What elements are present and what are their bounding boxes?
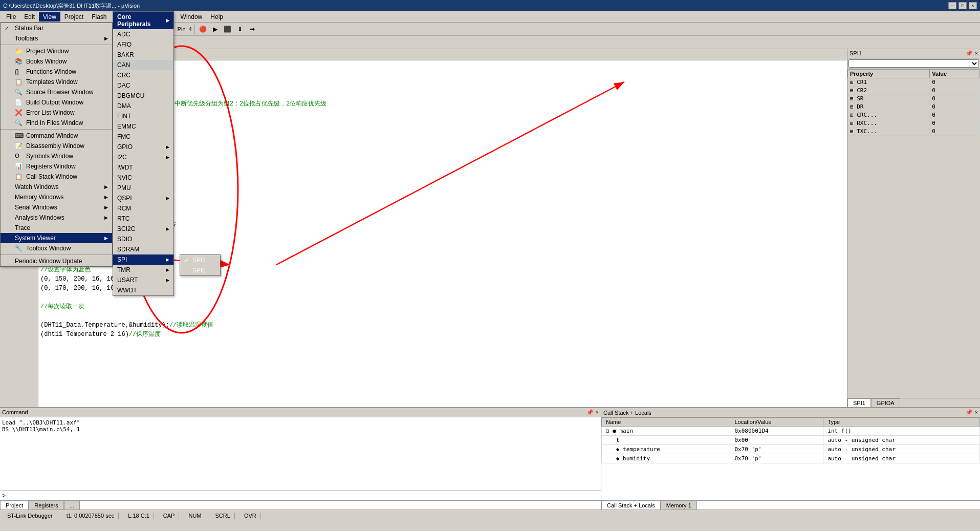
status-debugger: ST-Link Debugger	[3, 513, 57, 519]
menu-source-browser[interactable]: 🔍 Source Browser Window	[1, 87, 112, 97]
menu-qspi[interactable]: QSPI ▶	[113, 193, 173, 203]
code-line	[40, 311, 845, 321]
menu-disassembly[interactable]: 📝 Disassembly Window	[1, 141, 112, 151]
menu-trace[interactable]: Trace	[1, 223, 112, 233]
stepover-button[interactable]: ➡	[247, 24, 258, 35]
status-time: t1: 0.00207850 sec	[62, 513, 119, 519]
menu-help[interactable]: Help	[206, 12, 227, 22]
menu-edit[interactable]: Edit	[20, 12, 39, 22]
cmd-close[interactable]: ×	[596, 409, 599, 416]
menu-spi1[interactable]: ✓ SPI1	[180, 255, 220, 265]
menu-fmc[interactable]: FMC	[113, 132, 173, 142]
menu-project[interactable]: Project	[60, 12, 88, 22]
menu-dbgmcu[interactable]: DBGMCU	[113, 91, 173, 101]
menu-bakr[interactable]: BAKR	[113, 50, 173, 60]
tab-call-stack-locals[interactable]: Call Stack + Locals	[601, 501, 661, 509]
cmd-line1: Load "..\OBJ\DHT11.axf"	[2, 419, 599, 426]
cmd-icon: ⌨	[15, 132, 23, 139]
project-icon: 📁	[15, 48, 23, 55]
menu-afio[interactable]: AFIO	[113, 39, 173, 50]
spi-submenu: ✓ SPI1 SPI2	[180, 254, 221, 276]
menu-gpio[interactable]: GPIO ▶	[113, 142, 173, 152]
close-button[interactable]: ×	[969, 2, 977, 9]
cs-row-main[interactable]: ⊟ ● main 0x080001D4 int f()	[602, 427, 980, 436]
spi-txc-row: ⊞ TXC... 0	[848, 128, 980, 136]
spi-close-button[interactable]: ×	[975, 50, 978, 57]
minimize-button[interactable]: −	[948, 2, 956, 9]
menu-find-in-files[interactable]: 🔍 Find In Files Window	[1, 118, 112, 128]
menu-build-output[interactable]: 📄 Build Output Window	[1, 97, 112, 108]
menu-eint[interactable]: EINT	[113, 111, 173, 121]
step-button[interactable]: ⬇	[234, 24, 246, 35]
menu-watch[interactable]: Watch Windows ▶	[1, 182, 112, 192]
menu-books-window[interactable]: 📚 Books Window	[1, 56, 112, 67]
menu-symbols[interactable]: Ω Symbols Window	[1, 151, 112, 161]
menu-serial[interactable]: Serial Windows ▶	[1, 202, 112, 213]
call-stack-panel: Call Stack + Locals 📌 × Name Location/Va…	[601, 408, 980, 509]
menu-view[interactable]: View	[39, 12, 60, 22]
spi-sr-row: ⊞ SR 0	[848, 95, 980, 103]
menu-sdio[interactable]: SDIO	[113, 234, 173, 244]
menu-dac[interactable]: DAC	[113, 80, 173, 91]
spi-pin-button[interactable]: 📌	[966, 50, 973, 57]
cs-pin[interactable]: 📌	[966, 409, 973, 416]
stop-button[interactable]: ⬛	[222, 24, 233, 35]
menu-adc[interactable]: ADC	[113, 29, 173, 39]
menu-toolbars[interactable]: Toolbars ▶	[1, 33, 112, 44]
code-line: (dht11 Temperature 2 16) //保序温度	[40, 330, 845, 339]
tab-memory1[interactable]: Memory 1	[661, 501, 697, 509]
menu-memory[interactable]: Memory Windows ▶	[1, 192, 112, 202]
sep2	[1, 129, 112, 130]
cmd-pin[interactable]: 📌	[586, 409, 594, 416]
tab-registers-bottom[interactable]: Registers	[29, 501, 63, 509]
window-title: C:\Users\ect\Desktop\实验31 DHT11数字温... - …	[3, 2, 948, 10]
debug-button[interactable]: 🔴	[198, 24, 209, 35]
menu-dma[interactable]: DMA	[113, 101, 173, 111]
cs-row-humidity[interactable]: ◆ humidity 0x70 'p' auto - unsigned char	[602, 454, 980, 463]
menu-project-window[interactable]: 📁 Project Window	[1, 46, 112, 56]
maximize-button[interactable]: □	[959, 2, 967, 9]
tab-gpioa[interactable]: GPIOA	[871, 398, 900, 407]
menu-system-viewer[interactable]: System Viewer ▶	[1, 233, 112, 243]
menu-periodic-update[interactable]: Periodic Window Update	[1, 256, 112, 266]
menu-analysis[interactable]: Analysis Windows ▶	[1, 213, 112, 223]
cs-row-temperature[interactable]: ◆ temperature 0x70 'p' auto - unsigned c…	[602, 445, 980, 454]
menu-templates-window[interactable]: 📋 Templates Window	[1, 77, 112, 87]
menu-window[interactable]: Window	[177, 12, 207, 22]
menu-call-stack[interactable]: 📋 Call Stack Window	[1, 172, 112, 182]
menu-crc[interactable]: CRC	[113, 70, 173, 80]
spi-dropdown[interactable]	[848, 59, 979, 68]
menu-registers[interactable]: 📊 Registers Window	[1, 161, 112, 172]
menu-pmu[interactable]: PMU	[113, 183, 173, 193]
menu-status-bar[interactable]: ✓ Status Bar	[1, 23, 112, 33]
menu-usart[interactable]: USART ▶	[113, 275, 173, 285]
menu-error-list[interactable]: ❌ Error List Window	[1, 108, 112, 118]
menu-sdram[interactable]: SDRAM	[113, 244, 173, 254]
tab-more[interactable]: ...	[64, 501, 80, 509]
menu-command-window[interactable]: ⌨ Command Window	[1, 131, 112, 141]
cs-row-t[interactable]: t 0x00 auto - unsigned char	[602, 436, 980, 445]
menu-rtc[interactable]: RTC	[113, 214, 173, 224]
col-value: Value	[930, 70, 980, 78]
tab-spi1[interactable]: SPI1	[847, 398, 871, 407]
menu-file[interactable]: File	[2, 12, 20, 22]
menu-flash[interactable]: Flash	[88, 12, 111, 22]
menu-toolbox-window[interactable]: 🔧 Toolbox Window	[1, 243, 112, 253]
menu-emmc[interactable]: EMMC	[113, 121, 173, 132]
menu-can[interactable]: CAN	[113, 60, 173, 70]
cs-close[interactable]: ×	[975, 409, 978, 416]
run-button[interactable]: ▶	[210, 24, 221, 35]
menu-i2c[interactable]: I2C ▶	[113, 152, 173, 162]
menu-wwdt[interactable]: WWDT	[113, 285, 173, 295]
menu-iwdt[interactable]: IWDT	[113, 162, 173, 173]
menu-tmr[interactable]: TMR ▶	[113, 265, 173, 275]
menu-nvic[interactable]: NVIC	[113, 173, 173, 183]
menu-spi[interactable]: SPI ▶ ✓ SPI1 SPI2	[113, 254, 173, 265]
cs-bottom-tabs: Call Stack + Locals Memory 1	[601, 500, 980, 509]
command-input-field[interactable]	[7, 493, 596, 499]
menu-sci2c[interactable]: SCI2C ▶	[113, 224, 173, 234]
menu-spi2[interactable]: SPI2	[180, 265, 220, 275]
tab-project[interactable]: Project	[0, 501, 29, 509]
menu-rcm[interactable]: RCM	[113, 203, 173, 214]
menu-functions-window[interactable]: {} Functions Window	[1, 67, 112, 77]
